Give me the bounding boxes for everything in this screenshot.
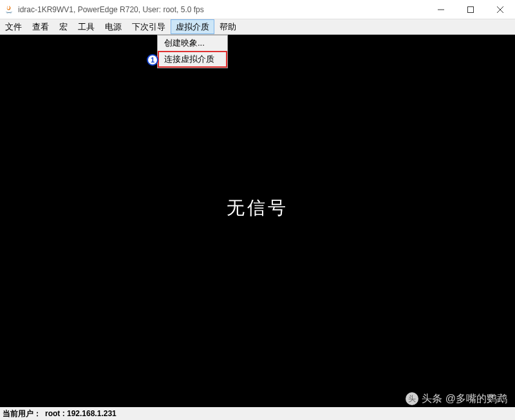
close-button[interactable] <box>485 0 515 19</box>
menu-power[interactable]: 电源 <box>100 19 127 34</box>
menubar: 文件 查看 宏 工具 电源 下次引导 虚拟介质 帮助 <box>0 19 515 35</box>
menu-tools[interactable]: 工具 <box>73 19 100 34</box>
window-title: idrac-1KR9WV1, PowerEdge R720, User: roo… <box>18 5 426 14</box>
watermark: 头 头条 @多嘴的鹦鹉 <box>405 392 507 406</box>
minimize-button[interactable] <box>426 0 456 19</box>
status-user-label: 当前用户： <box>3 408 41 419</box>
watermark-text: 头条 @多嘴的鹦鹉 <box>422 392 507 406</box>
watermark-icon: 头 <box>405 392 419 406</box>
dropdown-connect-virtual-media[interactable]: 连接虚拟介质 <box>158 51 227 68</box>
statusbar: 当前用户： root : 192.168.1.231 <box>0 407 515 420</box>
svg-text:头: 头 <box>408 394 416 403</box>
annotation-step-1: 1 <box>147 54 158 66</box>
menu-view[interactable]: 查看 <box>27 19 54 34</box>
window-controls <box>426 0 515 19</box>
status-user-value: root : 192.168.1.231 <box>45 409 117 418</box>
dropdown-create-image[interactable]: 创建映象... <box>158 35 227 51</box>
menu-file[interactable]: 文件 <box>0 19 27 34</box>
remote-console-viewport[interactable]: 无信号 <box>0 35 515 407</box>
java-icon <box>4 5 14 15</box>
virtual-media-dropdown: 创建映象... 连接虚拟介质 <box>157 35 228 68</box>
menu-help[interactable]: 帮助 <box>214 19 241 34</box>
menu-next-boot[interactable]: 下次引导 <box>127 19 171 34</box>
window-titlebar: idrac-1KR9WV1, PowerEdge R720, User: roo… <box>0 0 515 19</box>
menu-macros[interactable]: 宏 <box>54 19 73 34</box>
menu-virtual-media[interactable]: 虚拟介质 <box>171 19 214 34</box>
maximize-button[interactable] <box>456 0 485 19</box>
svg-rect-1 <box>468 6 474 12</box>
no-signal-message: 无信号 <box>227 196 288 220</box>
